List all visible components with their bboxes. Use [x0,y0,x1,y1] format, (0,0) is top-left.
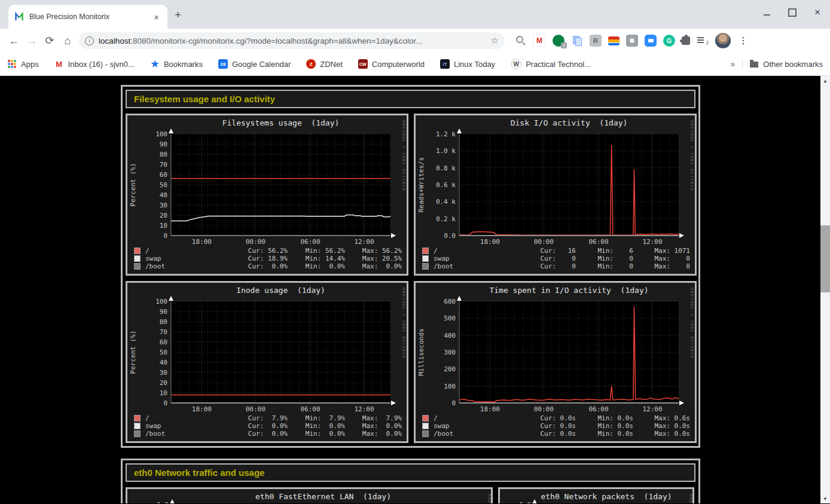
svg-text:12:00: 12:00 [354,405,374,413]
playlist-icon[interactable]: ♪ [697,35,709,47]
grammarly-icon[interactable]: G [663,35,675,47]
forward-icon[interactable]: → [23,32,41,50]
computerworld-icon: CW [358,59,368,69]
svg-text:40: 40 [160,191,167,199]
legend-swatch [135,248,140,253]
home-icon[interactable]: ⌂ [59,32,77,50]
apps-shortcut[interactable]: Apps [7,59,39,69]
legend-row: /Cur: 56.2%Min: 56.2%Max: 56.2% [135,247,402,255]
bookmarks-overflow-icon[interactable]: » [731,59,736,69]
tab-title: Blue Precision Monitorix [29,13,151,21]
other-bookmarks-button[interactable]: Other bookmarks [763,60,823,69]
graph-disk-io-activity[interactable]: 0.00.2 k0.4 k0.6 k0.8 k1.0 k1.2 k18:0000… [414,114,697,276]
bookmark-wordpress[interactable]: WPractical Technol... [511,59,591,69]
svg-text:06:00: 06:00 [300,238,320,246]
svg-text:60: 60 [160,171,167,179]
svg-text:200: 200 [444,365,456,373]
page-info-icon[interactable]: i [85,36,94,45]
bookmark-zdnet[interactable]: ZZDNet [306,59,343,69]
bookmark-star[interactable]: ★Bookmarks [150,59,203,69]
bookmark-linuxtoday[interactable]: lTLinux Today [440,59,495,69]
keeper-icon[interactable] [626,35,638,47]
graph-filesystems-usage[interactable]: 010203040506070809010018:0000:0006:0012:… [126,114,408,276]
search-icon[interactable] [514,35,526,47]
menu-icon[interactable]: ⋮ [737,35,749,47]
new-tab-button[interactable]: + [175,8,181,22]
svg-text:Inode usage (1day): Inode usage (1day) [236,286,325,295]
reload-icon[interactable]: ⟳ [41,32,59,50]
tab-close-icon[interactable]: × [151,11,161,23]
scrollbar-thumb[interactable] [820,225,830,292]
svg-text:70: 70 [160,328,167,336]
graph-eth0-network-packets[interactable]: 0.00.10.20.30.40.50.60.70.80.91.018:0000… [498,487,694,503]
scroll-down-icon[interactable]: ▼ [820,494,830,503]
graph-legend: /Cur: 0.0sMin: 0.0sMax: 0.6sswapCur: 0.0… [416,413,695,441]
close-icon[interactable]: × [814,7,820,17]
graph-inode-usage[interactable]: 010203040506070809010018:0000:0006:0012:… [126,281,408,443]
svg-text:0.4 k: 0.4 k [436,198,456,206]
svg-text:00:00: 00:00 [534,238,554,246]
address-bar[interactable]: i localhost:8080/monitorix-cgi/monitorix… [79,32,505,49]
svg-text:12:00: 12:00 [354,238,374,246]
svg-text:18:00: 18:00 [192,238,212,246]
svg-text:18:00: 18:00 [480,405,500,413]
section-title: Filesystem usage and I/O activity [126,90,695,108]
puzzle-icon[interactable] [682,36,690,45]
svg-text:12:00: 12:00 [642,405,662,413]
svg-text:0: 0 [163,399,167,407]
browser-tab[interactable]: Blue Precision Monitorix × [8,5,167,29]
graph-time-io-activity[interactable]: 010020030040050060018:0000:0006:0012:00T… [414,281,697,443]
legend-swatch [135,416,140,421]
svg-text:90: 90 [160,308,167,316]
avatar-icon[interactable] [715,33,731,48]
wordpress-icon: W [511,59,521,69]
bookmark-star-icon[interactable]: ☆ [491,35,499,46]
bookmark-computerworld[interactable]: CWComputerworld [358,59,425,69]
svg-text:00:00: 00:00 [246,405,266,413]
r-extension-icon[interactable]: R [590,35,602,47]
gmail-icon[interactable]: M [533,34,546,47]
legend-swatch [135,431,140,436]
svg-text:12:00: 12:00 [642,238,662,246]
hangouts-icon[interactable]: ? [553,35,564,47]
apps-grid-icon [7,59,17,69]
svg-text:500: 500 [444,314,456,322]
svg-text:Percent (%): Percent (%) [129,331,137,374]
url-text[interactable]: localhost:8080/monitorix-cgi/monitorix.c… [99,36,491,45]
scrollbar[interactable]: ▲ ▼ [820,76,830,503]
legend-swatch [423,431,428,436]
legend-row: /Cur: 16Min: 6Max: 1071 [423,247,690,255]
svg-text:20: 20 [160,212,167,219]
section-filesystem: Filesystem usage and I/O activity 010203… [121,85,700,448]
minimize-icon[interactable] [764,14,770,16]
svg-text:100: 100 [155,130,167,138]
graph-eth0-fastethernet-lan[interactable]: 0.00.10.20.30.40.50.60.70.80.91.018:0000… [126,487,493,503]
svg-text:06:00: 06:00 [300,405,320,413]
svg-text:0.8 k: 0.8 k [436,164,456,172]
svg-text:100: 100 [444,383,456,390]
graph-legend: /Cur: 7.9%Min: 7.9%Max: 7.9%swapCur: 0.0… [127,413,407,441]
svg-text:40: 40 [160,359,167,366]
svg-text:400: 400 [444,332,456,340]
zoom-icon[interactable] [645,35,657,47]
copy-pages-icon[interactable] [571,35,583,47]
svg-text:Filesystems usage (1day): Filesystems usage (1day) [222,118,340,127]
bookmarks-bar: Apps MInbox (16) - sjvn0...★Bookmarks28G… [0,53,830,76]
svg-text:06:00: 06:00 [588,238,608,246]
svg-text:Milliseconds: Milliseconds [417,328,425,375]
bookmark-gmail[interactable]: MInbox (16) - sjvn0... [54,59,135,69]
calendar-icon: 28 [218,59,228,69]
svg-text:RRDTOOL / TOBI OETIKER: RRDTOOL / TOBI OETIKER [688,494,692,503]
svg-text:1.0: 1.0 [519,501,531,503]
legend-row: swapCur: 0Min: 0Max: 0 [423,255,690,262]
svg-text:18:00: 18:00 [480,238,500,246]
bookmark-calendar[interactable]: 28Google Calendar [218,59,291,69]
graph-legend: /Cur: 16Min: 6Max: 1071swapCur: 0Min: 0M… [416,246,695,274]
svg-text:50: 50 [160,349,167,356]
scroll-up-icon[interactable]: ▲ [820,76,830,85]
books-icon[interactable] [608,36,620,45]
svg-text:RRDTOOL / TOBI OETIKER: RRDTOOL / TOBI OETIKER [689,120,694,191]
maximize-icon[interactable] [788,8,797,17]
url-host: localhost [99,36,130,45]
back-icon[interactable]: ← [5,32,23,50]
